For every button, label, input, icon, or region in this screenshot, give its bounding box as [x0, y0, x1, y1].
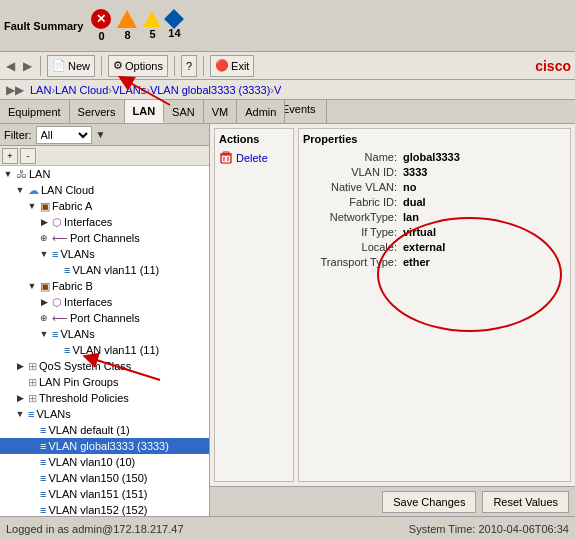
fabric-b-icon: ▣: [40, 280, 50, 293]
prop-value-nettype: lan: [403, 211, 419, 223]
prop-label-nettype: NetworkType:: [303, 211, 403, 223]
toolbar-sep-3: [174, 56, 175, 76]
expand-vlans-b[interactable]: ▼: [38, 328, 50, 340]
expand-vlans-a[interactable]: ▼: [38, 248, 50, 260]
forward-arrow[interactable]: ▶: [21, 59, 34, 73]
fault-minor[interactable]: 5: [143, 11, 161, 40]
lan-pin-icon: ⊞: [28, 376, 37, 389]
expand-fabric-a[interactable]: ▼: [26, 200, 38, 212]
tree-item-fabric-a[interactable]: ▼ ▣ Fabric A: [0, 198, 209, 214]
exit-button[interactable]: 🔴 Exit: [210, 55, 254, 77]
svg-rect-0: [221, 155, 231, 163]
tree-item-vlan11-a[interactable]: ≡ VLAN vlan11 (11): [0, 262, 209, 278]
filter-dropdown-icon: ▼: [96, 129, 106, 140]
fault-info[interactable]: 14: [167, 12, 181, 39]
expand-threshold[interactable]: ▶: [14, 392, 26, 404]
info-count: 14: [168, 27, 180, 39]
delete-action[interactable]: Delete: [219, 151, 289, 165]
expand-iface-b[interactable]: ▶: [38, 296, 50, 308]
expand-lan-pin[interactable]: [14, 376, 26, 388]
content-area: Actions Delete: [210, 124, 575, 486]
vlan152-icon: ≡: [40, 504, 46, 516]
tree-collapse-all[interactable]: -: [20, 148, 36, 164]
expand-vlan11-a[interactable]: [50, 264, 62, 276]
tree-item-vlans-a[interactable]: ▼ ≡ VLANs: [0, 246, 209, 262]
tab-vm[interactable]: VM: [204, 100, 238, 123]
tab-lan[interactable]: LAN: [125, 100, 165, 123]
delete-icon: [219, 151, 233, 165]
tree-item-vlan152[interactable]: ≡ VLAN vlan152 (152): [0, 502, 209, 516]
tree-item-threshold[interactable]: ▶ ⊞ Threshold Policies: [0, 390, 209, 406]
new-button[interactable]: 📄 New: [47, 55, 95, 77]
expand-vlan-global3333[interactable]: [26, 440, 38, 452]
tree-item-interfaces-b[interactable]: ▶ ⬡ Interfaces: [0, 294, 209, 310]
tree-item-port-channels-a[interactable]: ⊕ ⟵ Port Channels: [0, 230, 209, 246]
tree-item-port-channels-b[interactable]: ⊕ ⟵ Port Channels: [0, 310, 209, 326]
expand-fabric-b[interactable]: ▼: [26, 280, 38, 292]
tab-servers[interactable]: Servers: [70, 100, 125, 123]
back-arrow[interactable]: ◀: [4, 59, 17, 73]
tab-san[interactable]: SAN: [164, 100, 204, 123]
tab-admin[interactable]: Admin: [237, 100, 285, 123]
actions-panel: Actions Delete: [214, 128, 294, 482]
breadcrumb-lan[interactable]: LAN: [30, 84, 51, 96]
breadcrumb-vlan-global[interactable]: VLAN global3333 (3333): [150, 84, 270, 96]
expand-vlan-default[interactable]: [26, 424, 38, 436]
expand-lan-cloud[interactable]: ▼: [14, 184, 26, 196]
expand-port-b[interactable]: ⊕: [38, 312, 50, 324]
breadcrumb-lan-cloud[interactable]: LAN Cloud: [55, 84, 108, 96]
fault-critical[interactable]: ✕ 0: [91, 9, 111, 42]
new-icon: 📄: [52, 59, 66, 72]
tree-item-vlan11-b[interactable]: ≡ VLAN vlan11 (11): [0, 342, 209, 358]
tree-item-vlans-root[interactable]: ▼ ≡ VLANs: [0, 406, 209, 422]
expand-vlan150[interactable]: [26, 472, 38, 484]
tree-item-fabric-b[interactable]: ▼ ▣ Fabric B: [0, 278, 209, 294]
breadcrumb-back[interactable]: ▶▶: [4, 83, 26, 97]
tree-container[interactable]: ▼ 🖧 LAN ▼ ☁ LAN Cloud ▼ ▣ Fabric A: [0, 166, 209, 516]
filter-select[interactable]: All Critical Major Minor Info: [36, 126, 92, 144]
tree-item-vlans-b[interactable]: ▼ ≡ VLANs: [0, 326, 209, 342]
options-button[interactable]: ⚙ Options: [108, 55, 168, 77]
vlan150-icon: ≡: [40, 472, 46, 484]
expand-vlan10[interactable]: [26, 456, 38, 468]
reset-values-button[interactable]: Reset Values: [482, 491, 569, 513]
tree-item-vlan10[interactable]: ≡ VLAN vlan10 (10): [0, 454, 209, 470]
expand-vlan151[interactable]: [26, 488, 38, 500]
tree-item-lan-pin[interactable]: ⊞ LAN Pin Groups: [0, 374, 209, 390]
tree-item-vlan-default[interactable]: ≡ VLAN default (1): [0, 422, 209, 438]
prop-label-name: Name:: [303, 151, 403, 163]
tree-expand-all[interactable]: +: [2, 148, 18, 164]
tree-item-vlan151[interactable]: ≡ VLAN vlan151 (151): [0, 486, 209, 502]
tree-item-lan-cloud[interactable]: ▼ ☁ LAN Cloud: [0, 182, 209, 198]
tree-item-qos[interactable]: ▶ ⊞ QoS System Class: [0, 358, 209, 374]
breadcrumb-vlans[interactable]: VLANs: [112, 84, 146, 96]
vlan-default-icon: ≡: [40, 424, 46, 436]
major-icon: [117, 10, 137, 28]
tree-item-vlan-global3333[interactable]: ≡ VLAN global3333 (3333): [0, 438, 209, 454]
tab-equipment[interactable]: Equipment: [0, 100, 70, 123]
vlan10-icon: ≡: [40, 456, 46, 468]
save-changes-button[interactable]: Save Changes: [382, 491, 476, 513]
prop-label-nativevlan: Native VLAN:: [303, 181, 403, 193]
toolbar-sep-1: [40, 56, 41, 76]
expand-iface-a[interactable]: ▶: [38, 216, 50, 228]
tree-item-lan[interactable]: ▼ 🖧 LAN: [0, 166, 209, 182]
expand-vlan11-b[interactable]: [50, 344, 62, 356]
breadcrumb-v[interactable]: V: [274, 84, 281, 96]
interface-icon-a: ⬡: [52, 216, 62, 229]
expand-port-a[interactable]: ⊕: [38, 232, 50, 244]
help-button[interactable]: ?: [181, 55, 197, 77]
expand-lan[interactable]: ▼: [2, 168, 14, 180]
tree-item-interfaces-a[interactable]: ▶ ⬡ Interfaces: [0, 214, 209, 230]
prop-label-transport: Transport Type:: [303, 256, 403, 268]
prop-row-fabricid: Fabric ID: dual: [303, 196, 566, 208]
fabric-a-icon: ▣: [40, 200, 50, 213]
expand-vlans-root[interactable]: ▼: [14, 408, 26, 420]
prop-row-transport: Transport Type: ether: [303, 256, 566, 268]
expand-vlan152[interactable]: [26, 504, 38, 516]
expand-qos[interactable]: ▶: [14, 360, 26, 372]
fault-major[interactable]: 8: [117, 10, 137, 41]
tree-item-vlan150[interactable]: ≡ VLAN vlan150 (150): [0, 470, 209, 486]
filter-label: Filter:: [4, 129, 32, 141]
prop-label-iftype: If Type:: [303, 226, 403, 238]
